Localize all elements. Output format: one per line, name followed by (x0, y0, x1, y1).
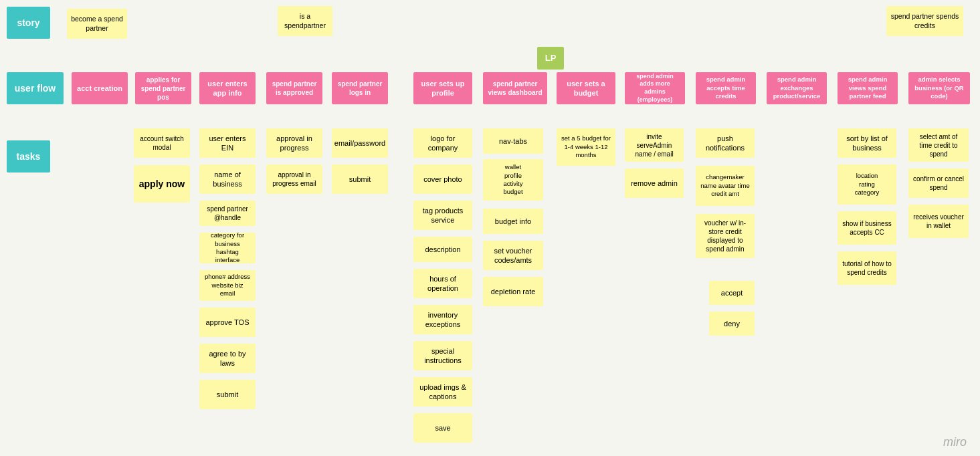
task-phone-address: phone# address website biz email (199, 270, 256, 301)
lp-badge: LP (537, 47, 564, 70)
task-category-for-business: category for business hashtag interface (199, 233, 256, 263)
story-label: story (7, 7, 50, 39)
task-user-enters-ein: user enters EIN (199, 128, 256, 158)
story-become-spend-partner: become a spend partner (67, 9, 127, 39)
miro-brand-label: miro (943, 435, 967, 449)
task-apply-now: apply now (134, 165, 190, 203)
task-select-amt-of-time-credit: select amt of time credit to spend (908, 128, 969, 162)
user-flow-label: user flow (7, 72, 64, 104)
flow-spend-admin-exchanges: spend admin exchanges product/service (767, 72, 827, 104)
task-accept: accept (709, 281, 755, 305)
task-voucher-in-store-credit: voucher w/ in-store credit displayed to … (696, 214, 755, 258)
task-tutorial-how-to-spend-credits: tutorial of how to spend credits (838, 251, 896, 285)
task-submit-acct: submit (199, 380, 256, 409)
task-nav-tabs: nav-tabs (483, 128, 543, 154)
board: story user flow tasks LP become a spend … (0, 0, 980, 456)
task-hours-of-operation: hours of operation (413, 269, 472, 298)
task-agree-to-by-laws: agree to by laws (199, 344, 256, 373)
task-save: save (413, 413, 472, 443)
task-approve-tos: approve TOS (199, 308, 256, 337)
task-approval-in-progress-email: approval in progress email (266, 164, 322, 194)
flow-spend-admin-views-partner-feed: spend admin views spend partner feed (838, 72, 898, 104)
task-set-5-budget: set a 5 budget for 1-4 weeks 1-12 months (557, 128, 615, 166)
task-account-switch-modal: account switch modal (134, 128, 190, 158)
task-tag-products-service: tag products service (413, 201, 472, 230)
flow-acct-creation: acct creation (72, 72, 128, 104)
flow-user-sets-a-budget: user sets a budget (557, 72, 615, 104)
task-logo-for-company: logo for company (413, 128, 472, 158)
story-is-spendpartner: is a spendpartner (278, 6, 332, 36)
task-special-instructions: special instructions (413, 341, 472, 370)
task-budget-info: budget info (483, 209, 543, 234)
task-remove-admin: remove admin (625, 168, 684, 198)
task-cover-photo: cover photo (413, 164, 472, 194)
task-changemaker-info: changemaker name avatar time credit amt (696, 166, 755, 206)
task-submit-login: submit (332, 164, 388, 194)
task-approval-in-progress: approval in progress (266, 128, 322, 158)
task-location-rating-category: location rating category (838, 164, 896, 205)
flow-spend-admin-adds-admins: spend admin adds more admins (employees) (625, 72, 685, 104)
tasks-label: tasks (7, 140, 50, 173)
task-deny: deny (709, 312, 755, 336)
task-invite-serve-admin: invite serveAdmin name / email (625, 128, 684, 162)
task-sort-by-list-of-business: sort by list of business (838, 128, 896, 158)
task-confirm-or-cancel-spend: confirm or cancel spend (908, 168, 969, 198)
flow-spend-partner-is-approved: spend partner is approved (266, 72, 322, 104)
task-wallet-profile-activity-budget: wallet profile activity budget (483, 159, 543, 201)
story-spends-credits: spend partner spends credits (886, 6, 963, 36)
task-spend-partner-handle: spend partner @handle (199, 201, 256, 226)
task-upload-imgs-captions: upload imgs & captions (413, 377, 472, 407)
task-description: description (413, 237, 472, 262)
task-set-voucher-codes: set voucher codes/amts (483, 241, 543, 270)
flow-applies-for-spend-partner: applies for spend partner pos (135, 72, 191, 104)
flow-spend-partner-logs-in: spend partner logs in (332, 72, 388, 104)
flow-spend-partner-views-dashboard: spend partner views dashboard (483, 72, 547, 104)
task-depletion-rate: depletion rate (483, 277, 543, 306)
flow-admin-selects-business: admin selects business (or QR code) (908, 72, 970, 104)
flow-user-sets-up-profile: user sets up profile (413, 72, 472, 104)
task-inventory-exceptions: inventory exceptions (413, 305, 472, 334)
task-show-if-business-accepts-cc: show if business accepts CC (838, 211, 896, 245)
task-name-of-business: name of business (199, 164, 256, 194)
task-email-password: email/password (332, 128, 388, 158)
task-push-notifications: push notifications (696, 128, 755, 158)
flow-spend-admin-accepts-time-credits: spend admin accepts time credits (696, 72, 756, 104)
flow-user-enters-app-info: user enters app info (199, 72, 256, 104)
task-receives-voucher-in-wallet: receives voucher in wallet (908, 205, 969, 238)
